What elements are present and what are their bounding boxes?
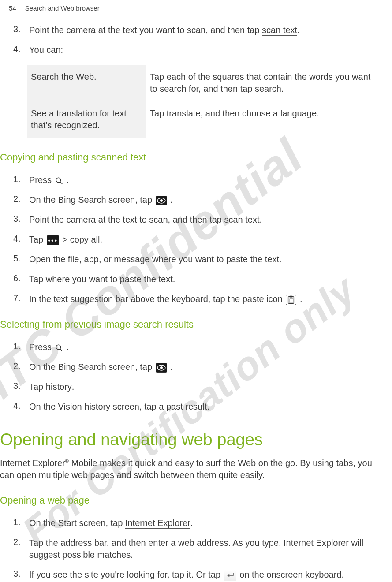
bold-text: scan text [224,215,260,225]
table-left: Search the Web. [27,65,146,101]
step-marker: 2. [13,361,21,371]
step-marker: 7. [13,293,21,303]
text: Point the camera at the text to scan, an… [29,215,224,224]
text: on the onscreen keyboard. [239,570,344,579]
vision-icon [156,363,167,373]
step-text: In the text suggestion bar above the key… [29,293,388,305]
options-table: Search the Web. Tap each of the squares … [27,65,380,138]
steps-open-page: 1. On the Start screen, tap Internet Exp… [0,517,392,581]
step-text: Press . [29,174,388,186]
svg-point-0 [56,178,61,183]
table-left: See a translation for text that's recogn… [27,101,146,138]
text: . [66,175,69,185]
step-marker: 4. [13,401,21,411]
step-text: On the Bing Search screen, tap . [29,361,388,373]
text: On the Bing Search screen, tap [29,362,155,372]
step-marker: 1. [13,517,21,527]
text: . [66,342,69,352]
step-marker: 3. [13,569,21,579]
text: Tap [29,382,46,392]
text: . [100,235,102,244]
text: screen, tap a past result. [110,402,209,411]
text: On the Bing Search screen, tap [29,195,155,205]
step-marker: 1. [13,174,21,184]
text: > [62,235,70,244]
step-text: Tap ••• > copy all. [29,234,388,246]
step-text: Open the file, app, or message where you… [29,254,388,265]
step-text: Tap the address bar, and then enter a we… [29,537,388,561]
subsection-title: Copying and pasting scanned text [0,149,392,166]
text: . [260,215,262,224]
text: . [170,362,173,372]
step-marker: 2. [13,537,21,547]
bold-text: Search the Web. [31,72,97,82]
text: . [72,382,75,392]
step-text: On the Start screen, tap Internet Explor… [29,517,388,529]
step-text: Point the camera at the text you want to… [29,24,388,36]
svg-line-1 [60,182,62,184]
step-text: Tap history. [29,381,388,393]
text: . [170,195,173,205]
text: Tap [150,108,167,118]
intro-paragraph: Internet Explorer® Mobile makes it quick… [0,457,384,481]
bold-text: Internet Explorer [125,518,190,529]
svg-point-10 [160,366,163,369]
page-header: 54 Search and Web browser [0,4,392,12]
svg-rect-5 [290,296,293,298]
text: . [297,25,300,35]
svg-point-3 [160,199,163,202]
step-marker: 4. [13,44,21,54]
step-text: On the Bing Search screen, tap . [29,194,388,206]
step-marker: 3. [13,381,21,391]
section-title: Search and Web browser [25,4,100,12]
table-right: Tap each of the squares that contain the… [146,65,380,101]
step-text: On the Vision history screen, tap a past… [29,401,388,413]
steps-intro: 3. Point the camera at the text you want… [0,24,392,56]
page-number: 54 [9,4,16,12]
table-row: Search the Web. Tap each of the squares … [27,65,380,101]
text: On the Start screen, tap [29,518,125,528]
text: . [300,294,302,304]
svg-point-7 [56,345,61,350]
text: Tap [29,235,46,244]
text: , and then choose a language. [201,108,319,118]
more-icon: ••• [47,235,59,245]
step-text: Tap where you want to paste the text. [29,273,388,285]
bold-text: copy all [70,235,100,245]
steps-copy: 1. Press . 2. On the Bing Search screen,… [0,174,392,305]
subsection-title: Opening a web page [0,492,392,509]
svg-line-8 [60,349,62,351]
bold-text: scan text [262,25,297,36]
step-marker: 6. [13,273,21,284]
enter-key-icon [224,570,236,581]
table-right: Tap translate, and then choose a languag… [146,101,380,138]
bold-text: history [46,382,72,392]
text: In the text suggestion bar above the key… [29,294,285,304]
text: . [190,518,193,528]
step-text: You can: [29,44,388,56]
step-text: Point the camera at the text to scan, an… [29,214,388,226]
svg-rect-6 [290,299,293,303]
step-marker: 3. [13,214,21,224]
main-heading: Opening and navigating web pages [0,430,392,449]
step-text: Press . [29,341,388,353]
vision-icon [156,196,167,205]
bold-text: search [255,84,281,94]
table-row: See a translation for text that's recogn… [27,101,380,138]
step-text: If you see the site you're looking for, … [29,569,388,581]
step-marker: 4. [13,234,21,244]
text: Internet Explorer [0,458,65,468]
search-icon [55,344,63,352]
text: If you see the site you're looking for, … [29,570,223,579]
subsection-title: Selecting from previous image search res… [0,316,392,333]
registered-mark: ® [65,458,69,463]
text: Press [29,175,54,185]
text: Point the camera at the text you want to… [29,25,262,35]
text: On the [29,402,58,411]
step-marker: 3. [13,24,21,34]
text: . [281,84,284,93]
steps-history: 1. Press . 2. On the Bing Search screen,… [0,341,392,413]
text: Press [29,342,54,352]
bold-text: translate [167,108,201,119]
step-marker: 5. [13,254,21,264]
